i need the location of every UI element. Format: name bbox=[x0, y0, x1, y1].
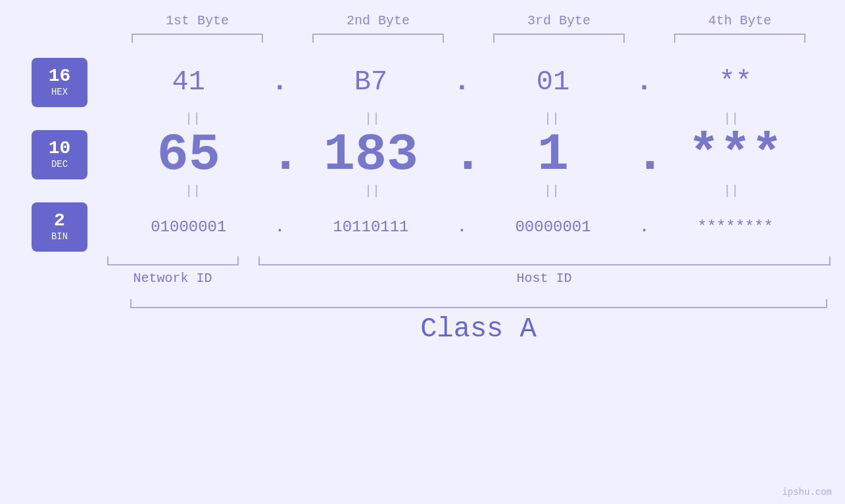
byte4-header: 4th Byte bbox=[667, 13, 812, 28]
main-container: 1st Byte 2nd Byte 3rd Byte 4th Byte 16 H… bbox=[0, 0, 845, 504]
bottom-section: Network ID Host ID bbox=[107, 256, 831, 286]
hex-byte3: 01 bbox=[481, 66, 625, 98]
dec-badge: 10 DEC bbox=[32, 130, 87, 179]
bracket-byte2 bbox=[312, 34, 444, 43]
bin-byte3: 00000001 bbox=[481, 218, 625, 236]
bin-byte1: 01000001 bbox=[116, 218, 261, 236]
top-brackets bbox=[107, 34, 831, 43]
dec-values-row: 65 . 183 . 1 . *** bbox=[112, 125, 845, 185]
dec-dot2: . bbox=[452, 125, 471, 185]
bin-row: 2 BIN 01000001 . 10110111 . 00000001 . *… bbox=[0, 200, 845, 253]
network-bracket bbox=[107, 256, 239, 265]
network-host-brackets bbox=[107, 256, 831, 265]
eq4: || bbox=[659, 111, 804, 126]
bin-base-name: BIN bbox=[51, 231, 68, 242]
host-bracket bbox=[258, 256, 831, 265]
bin-byte4: ******** bbox=[663, 218, 808, 236]
outer-bracket-section: Class A bbox=[130, 299, 827, 345]
hex-row: 16 HEX 41 . B7 . 01 . ** bbox=[0, 56, 845, 108]
byte1-header: 1st Byte bbox=[125, 13, 270, 28]
eq5: || bbox=[120, 183, 265, 198]
hex-dot2: . bbox=[452, 66, 471, 98]
hex-base-name: HEX bbox=[51, 87, 68, 97]
class-label: Class A bbox=[130, 313, 827, 345]
network-id-label: Network ID bbox=[107, 271, 239, 286]
dec-dot1: . bbox=[270, 125, 289, 185]
bracket-byte1 bbox=[132, 34, 263, 43]
dec-byte2: 183 bbox=[299, 125, 443, 185]
eq8: || bbox=[659, 183, 804, 198]
byte3-header: 3rd Byte bbox=[487, 13, 631, 28]
eq2: || bbox=[300, 111, 445, 126]
eq7: || bbox=[479, 183, 624, 198]
network-host-labels: Network ID Host ID bbox=[107, 271, 831, 286]
bin-byte2: 10110111 bbox=[299, 218, 443, 236]
hex-dot1: . bbox=[270, 66, 289, 98]
byte-headers: 1st Byte 2nd Byte 3rd Byte 4th Byte bbox=[107, 13, 831, 28]
hex-badge: 16 HEX bbox=[32, 58, 87, 107]
dec-byte3: 1 bbox=[481, 125, 625, 185]
dec-base-number: 10 bbox=[49, 139, 71, 158]
hex-dot3: . bbox=[635, 66, 654, 98]
eq3: || bbox=[479, 111, 624, 126]
hex-byte1: 41 bbox=[116, 66, 261, 98]
bin-dot2: . bbox=[452, 218, 471, 236]
bracket-byte4 bbox=[674, 34, 806, 43]
eq6: || bbox=[300, 183, 445, 198]
bin-values-row: 01000001 . 10110111 . 00000001 . *******… bbox=[112, 218, 845, 236]
hex-base-number: 16 bbox=[49, 67, 71, 85]
bin-base-number: 2 bbox=[54, 212, 65, 230]
bin-dot3: . bbox=[635, 218, 654, 236]
hex-byte4: ** bbox=[663, 66, 808, 98]
dec-row: 10 DEC 65 . 183 . 1 . *** bbox=[0, 128, 845, 181]
dec-byte4: *** bbox=[663, 125, 808, 185]
bin-dot1: . bbox=[270, 218, 289, 236]
host-id-label: Host ID bbox=[258, 271, 831, 286]
byte2-header: 2nd Byte bbox=[306, 13, 450, 28]
dec-dot3: . bbox=[635, 125, 654, 185]
watermark: ipshu.com bbox=[782, 487, 832, 497]
dec-byte1: 65 bbox=[116, 125, 261, 185]
bin-badge: 2 BIN bbox=[32, 202, 87, 252]
outer-bracket bbox=[130, 299, 827, 308]
bracket-byte3 bbox=[493, 34, 625, 43]
eq1: || bbox=[120, 111, 265, 126]
hex-byte2: B7 bbox=[299, 66, 443, 98]
dec-base-name: DEC bbox=[51, 159, 68, 170]
hex-values-row: 41 . B7 . 01 . ** bbox=[112, 66, 845, 98]
